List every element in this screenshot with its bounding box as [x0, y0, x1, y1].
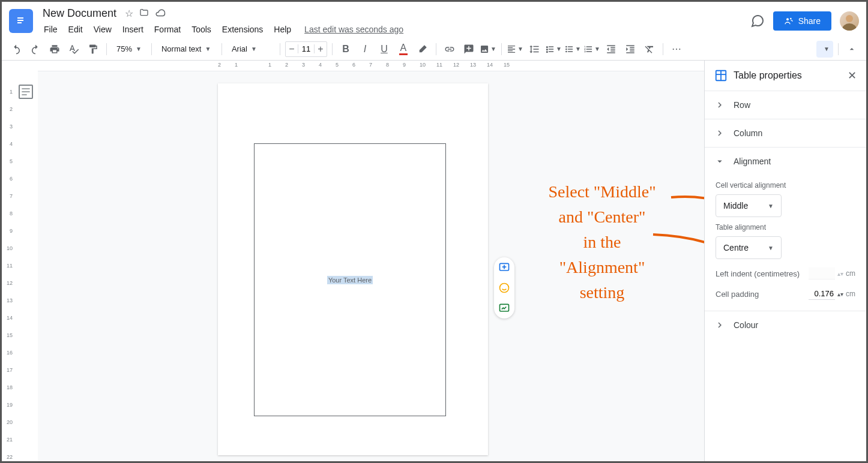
bulleted-list-button[interactable]: ▼: [564, 41, 581, 58]
vert-align-label: Cell vertical alignment: [716, 181, 855, 190]
vert-align-select[interactable]: Middle ▼: [716, 194, 782, 217]
horizontal-ruler: 21123456789101112131415: [38, 61, 704, 71]
last-edit-link[interactable]: Last edit was seconds ago: [304, 25, 403, 34]
checklist-button[interactable]: ▼: [545, 41, 562, 58]
paint-format-button[interactable]: [85, 41, 101, 58]
increase-indent-button[interactable]: [622, 41, 639, 58]
text-color-button[interactable]: A: [395, 41, 412, 58]
align-button[interactable]: ▼: [507, 41, 523, 58]
font-size-input[interactable]: [298, 44, 315, 53]
section-column[interactable]: Column: [705, 119, 866, 147]
highlight-button[interactable]: [414, 41, 431, 58]
more-tools-button[interactable]: ⋯: [668, 41, 685, 58]
bold-button[interactable]: B: [337, 41, 354, 58]
vertical-ruler: 12345678910111213141516171819202122: [2, 61, 14, 461]
svg-point-2: [790, 18, 792, 20]
insert-link-button[interactable]: [441, 41, 458, 58]
annotation-text: Select "Middle" and "Center" in the "Ali…: [494, 179, 704, 305]
undo-button[interactable]: [8, 41, 25, 58]
padding-input[interactable]: [809, 288, 835, 300]
svg-point-3: [846, 15, 853, 22]
indent-label: Left indent (centimetres): [716, 269, 800, 278]
insert-image-button[interactable]: ▼: [480, 41, 496, 58]
svg-point-4: [842, 23, 857, 31]
insert-comment-button[interactable]: [460, 41, 477, 58]
menu-format[interactable]: Format: [149, 22, 185, 37]
title-area: New Document ☆ File Edit View Insert For…: [39, 6, 750, 37]
menu-edit[interactable]: Edit: [64, 22, 88, 37]
chevron-right-icon: [714, 320, 725, 330]
decrease-font-button[interactable]: −: [286, 42, 298, 56]
font-size-control: − +: [285, 41, 327, 57]
svg-point-6: [565, 48, 567, 50]
table-properties-sidebar: Table properties ✕ Row Column Alignment …: [704, 61, 866, 461]
underline-button[interactable]: U: [376, 41, 393, 58]
toolbar: 75%▼ Normal text▼ Arial▼ − + B I U A ▼ ▼…: [2, 38, 866, 61]
document-area: 21123456789101112131415 Your Text Here S…: [38, 61, 704, 461]
avatar[interactable]: [840, 11, 859, 31]
section-colour[interactable]: Colour: [705, 311, 866, 339]
line-spacing-button[interactable]: [526, 41, 543, 58]
cell-text[interactable]: Your Text Here: [327, 276, 373, 284]
zoom-select[interactable]: 75%▼: [112, 42, 146, 56]
table-align-label: Table alignment: [716, 223, 855, 232]
style-select[interactable]: Normal text▼: [157, 42, 217, 56]
menu-help[interactable]: Help: [269, 22, 296, 37]
header: New Document ☆ File Edit View Insert For…: [2, 2, 866, 38]
cloud-status-icon[interactable]: [155, 8, 166, 19]
menu-extensions[interactable]: Extensions: [217, 22, 268, 37]
section-alignment[interactable]: Alignment: [705, 148, 866, 175]
italic-button[interactable]: I: [357, 41, 373, 58]
clear-formatting-button[interactable]: [641, 41, 658, 58]
menu-file[interactable]: File: [39, 22, 62, 37]
document-title[interactable]: New Document: [39, 6, 120, 21]
svg-point-7: [565, 50, 567, 52]
print-button[interactable]: [46, 41, 63, 58]
menu-tools[interactable]: Tools: [187, 22, 216, 37]
star-icon[interactable]: ☆: [125, 8, 133, 19]
table-align-select[interactable]: Centre ▼: [716, 236, 782, 259]
indent-input[interactable]: [809, 267, 835, 279]
menu-view[interactable]: View: [89, 22, 116, 37]
workspace: 12345678910111213141516171819202122 2112…: [2, 61, 866, 461]
chevron-right-icon: [714, 128, 725, 139]
editing-mode-button[interactable]: ▼: [816, 41, 833, 58]
chevron-right-icon: [714, 100, 725, 110]
docs-logo-icon[interactable]: [9, 9, 33, 33]
section-row[interactable]: Row: [705, 91, 866, 119]
menu-bar: File Edit View Insert Format Tools Exten…: [39, 22, 750, 37]
menu-insert[interactable]: Insert: [118, 22, 148, 37]
decrease-indent-button[interactable]: [603, 41, 619, 58]
svg-point-1: [786, 18, 789, 20]
table-icon: [714, 69, 728, 82]
share-button[interactable]: Share: [773, 11, 831, 31]
outline-icon[interactable]: [19, 85, 33, 99]
page[interactable]: Your Text Here: [218, 83, 488, 455]
sidebar-title: Table properties: [734, 70, 842, 81]
font-select[interactable]: Arial▼: [227, 42, 275, 56]
move-folder-icon[interactable]: [139, 8, 149, 19]
table-cell[interactable]: Your Text Here: [254, 143, 446, 416]
increase-font-button[interactable]: +: [315, 42, 327, 56]
svg-point-5: [565, 46, 567, 47]
close-icon[interactable]: ✕: [848, 69, 857, 82]
outline-panel: [14, 61, 38, 461]
padding-label: Cell padding: [716, 290, 759, 299]
spellcheck-button[interactable]: [65, 41, 82, 58]
chevron-down-icon: [714, 156, 725, 167]
numbered-list-button[interactable]: ▼: [583, 41, 600, 58]
svg-rect-10: [500, 304, 509, 311]
collapse-toolbar-button[interactable]: [843, 41, 860, 58]
comments-history-icon[interactable]: [750, 14, 765, 28]
redo-button[interactable]: [27, 41, 44, 58]
